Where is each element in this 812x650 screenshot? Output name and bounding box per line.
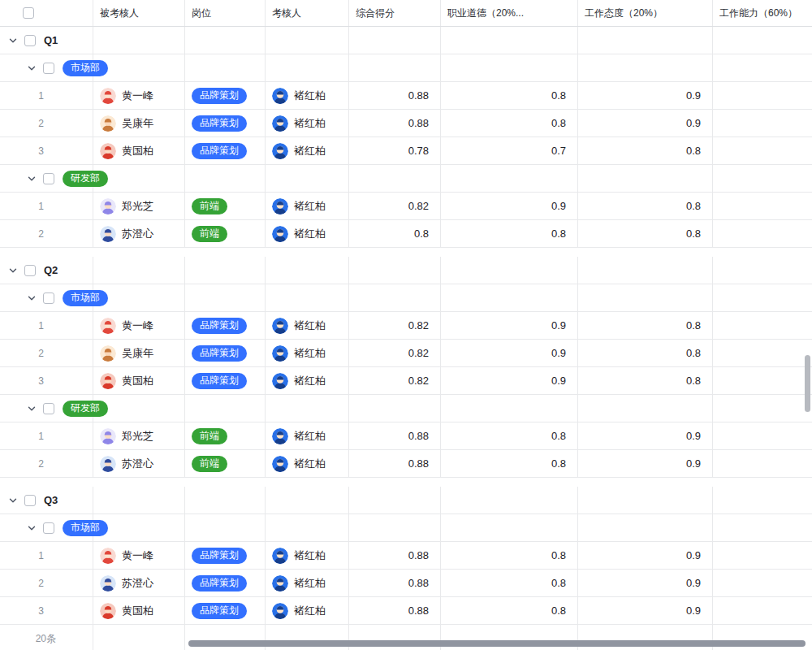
attitude-cell[interactable]: 0.8 [578,312,713,339]
person-cell[interactable]: 黄国柏 [93,597,185,624]
position-cell[interactable]: 品牌策划 [185,367,266,394]
person-cell[interactable]: 苏澄心 [93,450,185,477]
subgroup-checkbox[interactable] [43,292,54,304]
assessor-cell[interactable]: 褚红柏 [266,450,349,477]
column-header[interactable]: 职业道德（20%... [441,0,578,26]
score-cell[interactable]: 0.82 [349,340,441,366]
ability-cell[interactable] [713,220,812,247]
ability-cell[interactable] [713,597,812,624]
assessor-cell[interactable]: 褚红柏 [266,110,349,136]
subgroup-checkbox[interactable] [43,173,54,184]
row-index-cell[interactable]: 2 [0,450,93,477]
group-header-cell[interactable]: Q3 [0,487,93,514]
assessor-cell[interactable]: 褚红柏 [266,542,349,569]
person-cell[interactable]: 苏澄心 [93,220,185,247]
score-cell[interactable]: 0.88 [349,450,441,477]
subgroup-checkbox[interactable] [43,522,54,534]
chevron-down-icon[interactable] [8,266,18,275]
score-cell[interactable]: 0.88 [349,570,441,596]
row-index-cell[interactable]: 1 [0,422,93,449]
ethics-cell[interactable]: 0.9 [441,340,578,366]
chevron-down-icon[interactable] [27,63,37,73]
ability-cell[interactable] [713,193,812,219]
score-cell[interactable]: 0.88 [349,597,441,624]
person-cell[interactable]: 苏澄心 [93,570,185,596]
ethics-cell[interactable]: 0.8 [441,422,578,449]
group-checkbox[interactable] [24,495,36,506]
attitude-cell[interactable]: 0.9 [578,597,713,624]
attitude-cell[interactable]: 0.9 [578,570,713,596]
row-index-cell[interactable]: 1 [0,542,93,569]
vertical-scrollbar[interactable] [805,355,810,412]
row-index-cell[interactable]: 2 [0,570,93,596]
person-cell[interactable]: 黄一峰 [93,82,185,109]
row-index-cell[interactable]: 2 [0,110,93,136]
assessor-cell[interactable]: 褚红柏 [266,220,349,247]
column-header[interactable]: 被考核人 [93,0,185,26]
chevron-down-icon[interactable] [27,404,37,414]
person-cell[interactable]: 郑光芝 [93,422,185,449]
subgroup-header-cell[interactable]: 市场部 [0,514,93,541]
person-cell[interactable]: 黄一峰 [93,542,185,569]
assessor-cell[interactable]: 褚红柏 [266,340,349,366]
ethics-cell[interactable]: 0.8 [441,110,578,136]
assessor-cell[interactable]: 褚红柏 [266,422,349,449]
column-header[interactable]: 考核人 [266,0,349,26]
assessor-cell[interactable]: 褚红柏 [266,367,349,394]
score-cell[interactable]: 0.8 [349,220,441,247]
ethics-cell[interactable]: 0.8 [441,220,578,247]
ability-cell[interactable] [713,110,812,136]
attitude-cell[interactable]: 0.9 [578,82,713,109]
subgroup-header-cell[interactable]: 研发部 [0,165,93,192]
ability-cell[interactable] [713,542,812,569]
person-cell[interactable]: 黄国柏 [93,367,185,394]
row-index-cell[interactable]: 1 [0,312,93,339]
row-index-cell[interactable]: 2 [0,340,93,366]
position-cell[interactable]: 前端 [185,422,266,449]
assessor-cell[interactable]: 褚红柏 [266,137,349,164]
person-cell[interactable]: 郑光芝 [93,193,185,219]
ethics-cell[interactable]: 0.7 [441,137,578,164]
position-cell[interactable]: 品牌策划 [185,570,266,596]
subgroup-checkbox[interactable] [43,403,54,414]
column-header[interactable]: 工作能力（60%） [713,0,812,26]
attitude-cell[interactable]: 0.9 [578,542,713,569]
ability-cell[interactable] [713,367,812,394]
ethics-cell[interactable]: 0.8 [441,450,578,477]
position-cell[interactable]: 品牌策划 [185,340,266,366]
group-checkbox[interactable] [24,35,36,46]
row-index-cell[interactable]: 3 [0,597,93,624]
ability-cell[interactable] [713,340,812,366]
ability-cell[interactable] [713,570,812,596]
row-index-cell[interactable]: 3 [0,367,93,394]
ethics-cell[interactable]: 0.9 [441,312,578,339]
attitude-cell[interactable]: 0.9 [578,422,713,449]
position-cell[interactable]: 品牌策划 [185,542,266,569]
attitude-cell[interactable]: 0.8 [578,193,713,219]
row-index-cell[interactable]: 1 [0,193,93,219]
assessor-cell[interactable]: 褚红柏 [266,312,349,339]
assessor-cell[interactable]: 褚红柏 [266,570,349,596]
ethics-cell[interactable]: 0.9 [441,367,578,394]
position-cell[interactable]: 品牌策划 [185,312,266,339]
column-header[interactable]: 工作态度（20%） [578,0,713,26]
chevron-down-icon[interactable] [27,293,37,303]
attitude-cell[interactable]: 0.8 [578,367,713,394]
row-index-cell[interactable]: 1 [0,82,93,109]
subgroup-header-cell[interactable]: 市场部 [0,54,93,81]
subgroup-header-cell[interactable]: 市场部 [0,284,93,311]
chevron-down-icon[interactable] [27,174,37,184]
score-cell[interactable]: 0.78 [349,137,441,164]
ability-cell[interactable] [713,450,812,477]
assessor-cell[interactable]: 褚红柏 [266,597,349,624]
assessor-cell[interactable]: 褚红柏 [266,193,349,219]
attitude-cell[interactable]: 0.9 [578,450,713,477]
position-cell[interactable]: 前端 [185,220,266,247]
ethics-cell[interactable]: 0.8 [441,597,578,624]
person-cell[interactable]: 吴康年 [93,340,185,366]
position-cell[interactable]: 前端 [185,193,266,219]
ability-cell[interactable] [713,82,812,109]
ethics-cell[interactable]: 0.8 [441,542,578,569]
assessor-cell[interactable]: 褚红柏 [266,82,349,109]
score-cell[interactable]: 0.82 [349,193,441,219]
